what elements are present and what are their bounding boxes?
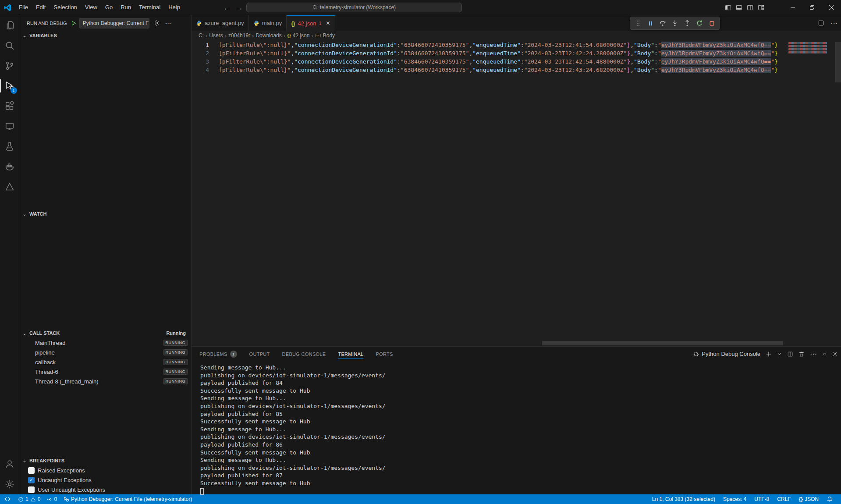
command-center-search[interactable]: telemetry-simulator (Workspace) [246, 3, 462, 12]
toggle-panel-icon[interactable] [736, 4, 742, 11]
cursor-position[interactable]: Ln 1, Col 383 (32 selected) [648, 494, 719, 504]
encoding-setting[interactable]: UTF-8 [750, 494, 773, 504]
breadcrumb-symbol[interactable]: Body [323, 32, 335, 39]
restart-button[interactable] [694, 18, 705, 28]
maximize-panel-icon[interactable] [822, 351, 827, 356]
menu-view[interactable]: View [81, 2, 101, 13]
pause-button[interactable] [645, 18, 656, 28]
breakpoint-row[interactable]: Raised Exceptions [19, 465, 191, 475]
start-debugging-icon[interactable] [71, 20, 77, 26]
call-stack-row[interactable]: Thread-6RUNNING [19, 367, 191, 376]
new-terminal-icon[interactable] [766, 351, 772, 357]
editor[interactable]: 1[pFilterRule\":null}","connectionDevice… [192, 40, 841, 346]
indentation-setting[interactable]: Spaces: 4 [719, 494, 750, 504]
language-mode[interactable]: {}JSON [795, 494, 823, 504]
terminal-output[interactable]: Sending message to Hub...publishing on d… [192, 361, 841, 495]
breakpoint-row[interactable]: User Uncaught Exceptions [19, 485, 191, 494]
tab-42.json[interactable]: {}42.json1✕ [287, 15, 335, 31]
menu-file[interactable]: File [15, 2, 32, 13]
breadcrumb[interactable]: C:›Users›z004h19r›Downloads›{}42.json›ab… [192, 31, 841, 40]
toolbar-drag-handle[interactable] [633, 18, 643, 28]
activity-source-control-icon[interactable] [0, 56, 19, 76]
breakpoints-section-header[interactable]: ⌄ BREAKPOINTS [19, 456, 191, 465]
call-stack-row[interactable]: Thread-8 (_thread_main)RUNNING [19, 376, 191, 386]
variables-section-header[interactable]: ⌄ VARIABLES [19, 31, 191, 40]
nav-back-icon[interactable]: ← [224, 4, 230, 11]
code-line-3[interactable]: 3[pFilterRule\":null}","connectionDevice… [192, 57, 841, 66]
step-over-button[interactable] [657, 18, 668, 28]
panel-more-actions-icon[interactable]: ⋯ [810, 350, 817, 358]
minimap[interactable] [787, 40, 835, 346]
editor-vertical-scrollbar[interactable] [835, 42, 841, 82]
minimize-button[interactable] [783, 0, 802, 15]
breadcrumb-segment[interactable]: z004h19r [228, 32, 250, 39]
kill-terminal-icon[interactable] [798, 351, 805, 357]
panel-tab-ports[interactable]: PORTS [376, 347, 393, 361]
breadcrumb-file[interactable]: 42.json [293, 32, 310, 39]
activity-docker-icon[interactable] [0, 156, 19, 177]
activity-settings-icon[interactable] [0, 474, 19, 494]
activity-azure-icon[interactable] [0, 177, 19, 197]
menu-run[interactable]: Run [117, 2, 135, 13]
toggle-secondary-sidebar-icon[interactable] [747, 4, 753, 11]
eol-setting[interactable]: CRLF [773, 494, 795, 504]
debug-configuration-dropdown[interactable]: Python Debugger: Current F [79, 18, 149, 28]
tab-main.py[interactable]: main.py [249, 15, 287, 31]
nav-forward-icon[interactable]: → [236, 4, 243, 11]
panel-tab-terminal[interactable]: TERMINAL [338, 347, 363, 361]
ports-indicator[interactable]: 0 [43, 494, 60, 504]
tab-azure_agent.py[interactable]: azure_agent.py [192, 15, 249, 31]
checkbox-unchecked[interactable] [28, 486, 35, 493]
menu-help[interactable]: Help [164, 2, 184, 13]
editor-horizontal-scrollbar[interactable] [542, 341, 783, 345]
step-out-button[interactable] [682, 18, 692, 28]
activity-extensions-icon[interactable] [0, 96, 19, 116]
activity-files-icon[interactable] [0, 15, 19, 35]
panel-tab-output[interactable]: OUTPUT [249, 347, 270, 361]
activity-remote-explorer-icon[interactable] [0, 116, 19, 136]
code-line-2[interactable]: 2[pFilterRule\":null}","connectionDevice… [192, 49, 841, 57]
code-line-1[interactable]: 1[pFilterRule\":null}","connectionDevice… [192, 41, 841, 49]
close-panel-icon[interactable] [832, 351, 837, 357]
breadcrumb-segment[interactable]: C: [199, 32, 204, 39]
close-window-button[interactable] [822, 0, 841, 15]
activity-search-icon[interactable] [0, 35, 19, 56]
editor-more-actions-icon[interactable]: ⋯ [830, 19, 837, 27]
close-tab-icon[interactable]: ✕ [326, 20, 330, 26]
debug-session-indicator[interactable]: Python Debugger: Current File (telemetry… [60, 494, 195, 504]
remote-indicator[interactable] [0, 494, 15, 504]
more-actions-icon[interactable]: ⋯ [164, 20, 173, 27]
panel-tab-debug-console[interactable]: DEBUG CONSOLE [282, 347, 326, 361]
panel-tab-problems[interactable]: PROBLEMS1 [199, 347, 237, 361]
activity-run-and-debug-icon[interactable]: 1 [0, 76, 19, 96]
terminal-dropdown-icon[interactable] [777, 351, 782, 356]
checkbox-unchecked[interactable] [28, 467, 35, 474]
checkbox-checked[interactable]: ✓ [28, 477, 35, 483]
step-into-button[interactable] [670, 18, 680, 28]
notifications-bell[interactable] [823, 494, 837, 504]
activity-account-icon[interactable] [0, 454, 19, 474]
problems-indicator[interactable]: 1 0 [15, 494, 43, 504]
terminal-instance-label[interactable]: Python Debug Console [693, 351, 760, 357]
call-stack-section-header[interactable]: ⌄ CALL STACK Running [19, 328, 191, 338]
menu-selection[interactable]: Selection [50, 2, 81, 13]
menu-go[interactable]: Go [101, 2, 117, 13]
split-editor-icon[interactable] [818, 20, 824, 26]
customize-layout-icon[interactable] [758, 4, 764, 11]
restore-button[interactable] [802, 0, 822, 15]
call-stack-row[interactable]: callbackRUNNING [19, 357, 191, 367]
call-stack-row[interactable]: pipelineRUNNING [19, 348, 191, 357]
stop-button[interactable] [706, 18, 717, 28]
code-line-4[interactable]: 4[pFilterRule\":null}","connectionDevice… [192, 66, 841, 74]
activity-testing-icon[interactable] [0, 136, 19, 156]
watch-section-header[interactable]: ⌄ WATCH [19, 209, 191, 219]
breadcrumb-segment[interactable]: Users [209, 32, 223, 39]
split-terminal-icon[interactable] [787, 351, 793, 357]
breakpoint-row[interactable]: ✓Uncaught Exceptions [19, 475, 191, 485]
menu-terminal[interactable]: Terminal [135, 2, 164, 13]
call-stack-row[interactable]: MainThreadRUNNING [19, 338, 191, 348]
debug-settings-gear-icon[interactable] [152, 20, 161, 26]
toggle-sidebar-icon[interactable] [725, 4, 731, 11]
menu-edit[interactable]: Edit [32, 2, 50, 13]
breadcrumb-segment[interactable]: Downloads [255, 32, 281, 39]
